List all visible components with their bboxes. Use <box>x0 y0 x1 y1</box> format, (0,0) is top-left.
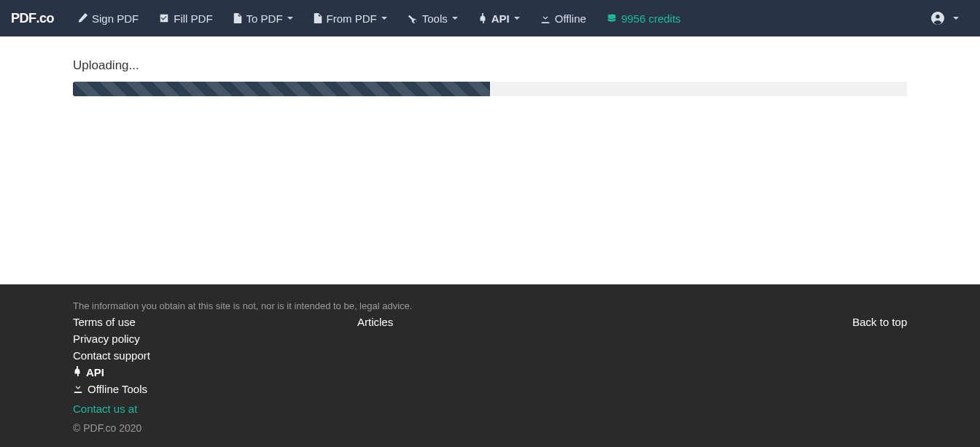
upload-progress-bar <box>73 82 490 96</box>
nav-label: Fill PDF <box>174 12 212 25</box>
nav-label: Sign PDF <box>92 12 139 25</box>
back-to-top-link[interactable]: Back to top <box>852 316 907 395</box>
download-icon <box>73 383 83 395</box>
footer-offline-link[interactable]: Offline Tools <box>73 383 357 395</box>
nav-account[interactable] <box>921 0 969 36</box>
footer-contact-link[interactable]: Contact us at <box>73 403 907 415</box>
svg-point-0 <box>608 15 616 18</box>
brand-rest: .co <box>36 11 55 26</box>
main-content: Uploading... <box>0 36 980 284</box>
nav-label: Offline <box>555 12 586 25</box>
check-square-icon <box>159 13 169 23</box>
download-icon <box>540 13 551 23</box>
nav-credits[interactable]: 9956 credits <box>596 0 691 36</box>
nav-from-pdf[interactable]: From PDF <box>303 0 397 36</box>
brand-bold: PDF <box>11 11 36 26</box>
footer-terms-link[interactable]: Terms of use <box>73 316 357 328</box>
nav-label: 9956 credits <box>621 12 681 25</box>
footer-articles-link[interactable]: Articles <box>357 316 852 328</box>
upload-status-text: Uploading... <box>73 58 907 73</box>
nav-sign-pdf[interactable]: Sign PDF <box>67 0 149 36</box>
nav-right <box>921 0 969 36</box>
nav-tools[interactable]: Tools <box>397 0 468 36</box>
footer-support-link[interactable]: Contact support <box>73 349 357 362</box>
caret-down-icon <box>287 17 293 20</box>
footer-copyright: © PDF.co 2020 <box>73 422 907 434</box>
footer: The information you obtain at this site … <box>0 284 980 447</box>
footer-api-link[interactable]: API <box>73 366 357 378</box>
plug-icon <box>478 13 487 23</box>
nav-offline[interactable]: Offline <box>530 0 596 36</box>
footer-col-2: Articles <box>357 316 852 395</box>
plug-icon <box>73 366 82 378</box>
caret-down-icon <box>452 17 458 20</box>
nav-label: To PDF <box>246 12 283 25</box>
footer-disclaimer: The information you obtain at this site … <box>73 300 907 311</box>
nav-to-pdf[interactable]: To PDF <box>223 0 303 36</box>
file-icon <box>314 13 322 23</box>
brand-logo[interactable]: PDF.co <box>11 11 54 26</box>
caret-down-icon <box>953 17 959 20</box>
footer-privacy-link[interactable]: Privacy policy <box>73 333 357 345</box>
nav-fill-pdf[interactable]: Fill PDF <box>149 0 222 36</box>
upload-progress <box>73 82 907 96</box>
coins-icon <box>607 13 617 23</box>
nav-label: Tools <box>422 12 448 25</box>
top-navbar: PDF.co Sign PDF Fill PDF To PDF From <box>0 0 980 36</box>
caret-down-icon <box>381 17 387 20</box>
nav-label: API <box>491 12 510 25</box>
nav-left: Sign PDF Fill PDF To PDF From PDF <box>67 0 691 36</box>
nav-api[interactable]: API <box>468 0 530 36</box>
wrench-icon <box>408 13 418 23</box>
footer-columns: Terms of use Privacy policy Contact supp… <box>73 316 907 395</box>
footer-col-1: Terms of use Privacy policy Contact supp… <box>73 316 357 395</box>
nav-label: From PDF <box>327 12 377 25</box>
user-circle-icon <box>931 12 944 25</box>
file-icon <box>233 13 242 23</box>
caret-down-icon <box>514 17 520 20</box>
svg-point-2 <box>936 15 939 18</box>
pencil-icon <box>77 13 88 23</box>
